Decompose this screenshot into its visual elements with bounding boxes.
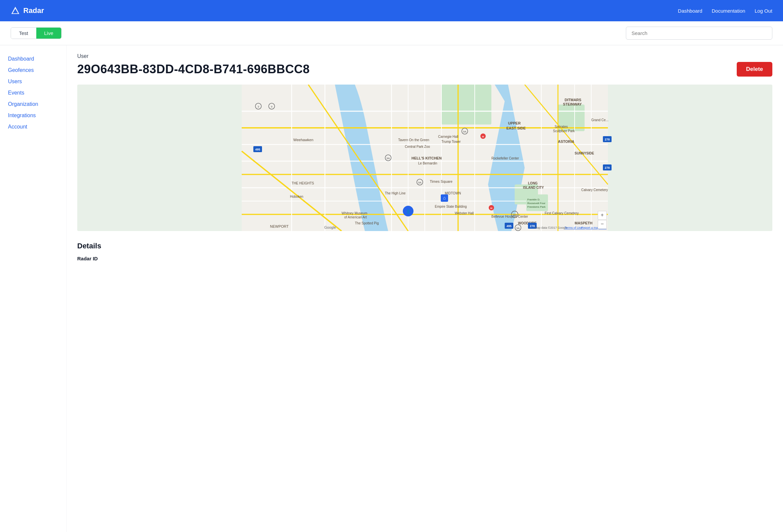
svg-text:ISLAND CITY: ISLAND CITY <box>523 186 544 189</box>
svg-text:Times Square: Times Square <box>430 180 452 183</box>
details-title: Details <box>77 242 772 250</box>
tab-test[interactable]: Test <box>11 28 36 39</box>
sidebar-item-dashboard[interactable]: Dashboard <box>8 53 58 65</box>
tab-live[interactable]: Live <box>36 28 62 39</box>
svg-text:EAST SIDE: EAST SIDE <box>506 126 526 130</box>
svg-text:Google: Google <box>324 225 336 229</box>
radar-id-row: Radar ID <box>77 256 772 262</box>
svg-text:LONG: LONG <box>528 182 538 185</box>
svg-text:25A: 25A <box>513 214 517 216</box>
svg-text:H: H <box>482 135 484 138</box>
svg-text:Empire State Building: Empire State Building <box>435 205 467 209</box>
sidebar: Dashboard Geofences Users Events Organiz… <box>0 45 67 532</box>
svg-text:Le Bernardin: Le Bernardin <box>418 161 437 165</box>
sidebar-item-integrations[interactable]: Integrations <box>8 110 58 121</box>
sidebar-item-account[interactable]: Account <box>8 121 58 132</box>
svg-text:HELL'S KITCHEN: HELL'S KITCHEN <box>411 156 442 160</box>
svg-text:9: 9 <box>271 105 273 108</box>
svg-text:UPPER: UPPER <box>508 121 521 125</box>
svg-text:Socrates: Socrates <box>555 125 568 128</box>
layout: Dashboard Geofences Users Events Organiz… <box>0 45 783 532</box>
svg-text:Rockefeller Center: Rockefeller Center <box>491 156 519 160</box>
svg-text:Trump Tower: Trump Tower <box>441 140 461 144</box>
svg-text:Tavern On the Green: Tavern On the Green <box>398 138 429 142</box>
main-content: User 29O643BB-83DD-4CD8-B741-696BBCC8 De… <box>67 45 783 532</box>
logo: Radar <box>11 6 44 15</box>
svg-text:First Calvary Cemetery: First Calvary Cemetery <box>545 211 578 215</box>
svg-text:Franklin D.: Franklin D. <box>527 198 540 201</box>
svg-text:NEWPORT: NEWPORT <box>270 224 289 228</box>
svg-text:3: 3 <box>258 105 259 108</box>
svg-text:9A: 9A <box>463 130 466 133</box>
svg-text:495: 495 <box>506 224 511 228</box>
nav-documentation[interactable]: Documentation <box>712 8 745 14</box>
search-input[interactable] <box>626 27 772 40</box>
svg-text:495: 495 <box>255 148 260 151</box>
svg-text:Map data ©2017 Google: Map data ©2017 Google <box>535 226 567 229</box>
svg-text:Freedoms Park: Freedoms Park <box>527 206 546 209</box>
svg-text:The High Line: The High Line <box>385 191 406 195</box>
svg-text:Hoboken: Hoboken <box>290 195 303 198</box>
svg-text:Weehawken: Weehawken <box>293 138 313 142</box>
svg-text:Bellevue Hospital Center: Bellevue Hospital Center <box>491 215 528 218</box>
sidebar-item-users[interactable]: Users <box>8 76 58 87</box>
logo-text: Radar <box>23 6 44 15</box>
svg-text:DITMARS: DITMARS <box>565 98 581 102</box>
map-svg: HELL'S KITCHEN Le Bernardin Times Square… <box>77 85 772 231</box>
svg-text:Whitney Museum: Whitney Museum <box>342 211 367 215</box>
header: Radar Dashboard Documentation Log Out <box>0 0 783 21</box>
svg-text:SUNNYSIDE: SUNNYSIDE <box>574 152 594 155</box>
svg-rect-3 <box>441 85 491 125</box>
delete-button[interactable]: Delete <box>737 62 772 76</box>
svg-text:H: H <box>490 207 492 210</box>
sidebar-item-organization[interactable]: Organization <box>8 98 58 110</box>
svg-text:278: 278 <box>530 224 535 228</box>
map-container: HELL'S KITCHEN Le Bernardin Times Square… <box>77 85 772 231</box>
svg-text:THE HEIGHTS: THE HEIGHTS <box>292 182 314 185</box>
svg-text:Terms of Use: Terms of Use <box>565 226 582 229</box>
svg-text:ASTORIA: ASTORIA <box>558 139 574 144</box>
user-id-row: 29O643BB-83DD-4CD8-B741-696BBCC8 Delete <box>77 62 772 76</box>
svg-text:of American Art: of American Art <box>344 215 367 219</box>
user-id: 29O643BB-83DD-4CD8-B741-696BBCC8 <box>77 62 310 76</box>
svg-text:⌂: ⌂ <box>443 195 446 200</box>
svg-text:Carnegie Hall: Carnegie Hall <box>438 135 459 138</box>
svg-text:−: − <box>601 221 603 227</box>
header-nav: Dashboard Documentation Log Out <box>678 8 772 14</box>
svg-text:Central Park Zoo: Central Park Zoo <box>405 145 430 149</box>
svg-text:Sculpture Park: Sculpture Park <box>553 129 575 133</box>
svg-text:9A: 9A <box>386 157 390 160</box>
nav-dashboard[interactable]: Dashboard <box>678 8 702 14</box>
svg-text:Grand Ce...: Grand Ce... <box>591 118 608 122</box>
svg-text:9A: 9A <box>418 181 421 184</box>
svg-text:278: 278 <box>604 138 609 141</box>
tab-group: Test Live <box>11 27 62 39</box>
sub-header: Test Live <box>0 21 783 45</box>
svg-text:+: + <box>601 212 603 218</box>
svg-text:MASPETH: MASPETH <box>574 221 593 225</box>
nav-logout[interactable]: Log Out <box>755 8 772 14</box>
logo-icon <box>11 6 20 15</box>
svg-text:9A: 9A <box>516 227 520 230</box>
svg-text:The Spotted Pig: The Spotted Pig <box>355 221 379 225</box>
svg-text:👤: 👤 <box>406 209 411 214</box>
svg-text:STEINWAY: STEINWAY <box>563 102 582 106</box>
sidebar-item-events[interactable]: Events <box>8 87 58 98</box>
svg-text:Roosevelt Four: Roosevelt Four <box>527 202 545 205</box>
svg-text:278: 278 <box>604 166 609 169</box>
svg-text:Webster Hall: Webster Hall <box>455 211 474 215</box>
page-label: User <box>77 53 772 59</box>
svg-text:Calvary Cemetery: Calvary Cemetery <box>581 188 608 192</box>
sidebar-item-geofences[interactable]: Geofences <box>8 65 58 76</box>
radar-id-label: Radar ID <box>77 256 98 261</box>
